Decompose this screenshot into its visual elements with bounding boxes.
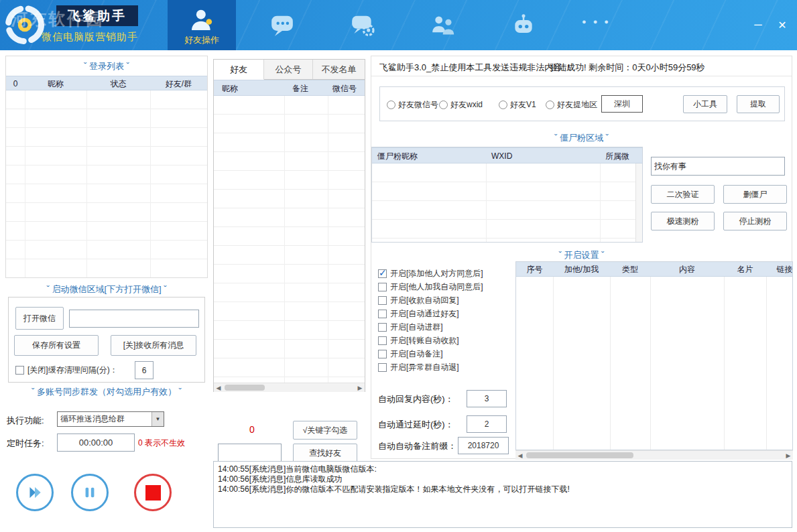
timer-task-input[interactable] xyxy=(57,434,135,452)
scrollbar-track[interactable] xyxy=(525,451,784,460)
radio-friend-region[interactable]: 好友提地区 xyxy=(546,99,597,111)
login-list-title: ˇ 登录列表 ˇ xyxy=(6,60,207,72)
save-all-settings-button[interactable]: 保存所有设置 xyxy=(14,335,99,356)
login-table-header: 0 昵称 状态 好友/群 xyxy=(6,76,207,90)
column-header-direction: 加他/加我 xyxy=(553,262,610,276)
checkbox-label: 开启[自动备注] xyxy=(390,348,443,360)
cache-interval-input[interactable] xyxy=(135,361,154,379)
region-input[interactable] xyxy=(601,95,643,113)
setting-row-auto-quit-group[interactable]: 开启[异常群自动退] xyxy=(378,362,459,373)
radio-icon xyxy=(499,101,507,109)
login-status: 登陆成功! 剩余时间：0天0小时59分59秒 xyxy=(549,62,705,74)
find-friend-button[interactable]: 查找好友 xyxy=(293,444,357,462)
nav-tab-wechat-icon[interactable] xyxy=(269,13,295,38)
scrollbar-thumb[interactable] xyxy=(225,385,265,391)
open-wechat-button[interactable]: 打开微信 xyxy=(15,307,64,330)
checkbox[interactable] xyxy=(378,283,387,291)
launch-section-title: ˇ 启动微信区域[下方打开微信] ˇ xyxy=(5,283,208,295)
scrollbar-thumb[interactable] xyxy=(526,452,633,458)
column-header-owner: 所属微 xyxy=(600,148,642,163)
setting-row-add-consent[interactable]: 开启[添加他人对方同意后] xyxy=(378,268,483,279)
column-header-wechat-id: 微信号 xyxy=(328,80,365,95)
radio-icon xyxy=(387,101,395,109)
radio-friend-wxid[interactable]: 好友wxid xyxy=(439,99,483,111)
friend-tabs: 好友 公众号 不发名单 xyxy=(214,60,365,80)
radio-icon xyxy=(439,101,448,109)
nav-tab-robot-icon[interactable] xyxy=(511,13,536,38)
zombie-message-input[interactable] xyxy=(651,157,785,176)
setting-row-auto-remark[interactable]: 开启[自动备注] xyxy=(378,348,443,359)
rules-table-body[interactable] xyxy=(516,277,792,450)
minimize-button[interactable]: ─ xyxy=(747,13,770,36)
zombie-table-body[interactable] xyxy=(372,163,635,242)
zombie-table-header: 僵尸粉昵称 WXID 所属微 xyxy=(372,147,642,163)
setting-row-auto-join-group[interactable]: 开启[自动进群] xyxy=(378,322,443,332)
system-log-panel[interactable]: 14:00:55[系统消息]当前微信电脑版微信版本: 14:00:56[系统消息… xyxy=(213,461,792,528)
cache-clean-checkbox[interactable] xyxy=(15,366,24,375)
setting-row-payment-reply[interactable]: 开启[收款自动回复] xyxy=(378,295,459,306)
column-header-zombie-nickname: 僵尸粉昵称 xyxy=(372,148,486,163)
close-button[interactable]: ✕ xyxy=(771,13,794,36)
nav-tab-wechat-settings-icon[interactable] xyxy=(350,13,375,38)
nav-tab-accounts-icon[interactable] xyxy=(430,13,456,38)
wechat-path-input[interactable] xyxy=(69,310,199,328)
friend-list-box: 好友 公众号 不发名单 昵称 备注 微信号 ◀ ▶ xyxy=(213,59,365,392)
exec-function-select[interactable]: 循环推送消息给群 ▼ xyxy=(57,411,164,427)
delete-zombie-button[interactable]: 删僵尸 xyxy=(723,185,787,204)
stop-button[interactable] xyxy=(134,474,172,511)
checkbox[interactable] xyxy=(378,310,387,318)
stop-test-button[interactable]: 停止测粉 xyxy=(723,212,787,230)
setting-row-auto-accept[interactable]: 开启[他人加我自动同意后] xyxy=(378,281,483,292)
rules-table-hscrollbar[interactable]: ◀ ▶ xyxy=(515,450,793,460)
friend-list-hscrollbar[interactable]: ◀ ▶ xyxy=(214,383,365,392)
login-table-body[interactable] xyxy=(6,90,207,277)
tab-no-send-list[interactable]: 不发名单 xyxy=(313,60,365,79)
receive-all-messages-button[interactable]: [关]接收所有消息 xyxy=(111,335,196,356)
checkbox[interactable] xyxy=(378,323,387,332)
column-header-nickname: 昵称 xyxy=(25,76,86,90)
fast-test-button[interactable]: 极速测粉 xyxy=(651,212,715,230)
scroll-right-arrow-icon[interactable]: ▶ xyxy=(355,385,365,391)
chevron-down-icon[interactable]: ▼ xyxy=(151,412,164,426)
zombie-table: 僵尸粉昵称 WXID 所属微 xyxy=(371,147,643,243)
checkbox[interactable] xyxy=(378,269,387,278)
app-window: 河东软件园 飞鲨助手 微信电脑版营销助手 好友操作 ●●● ─ ✕ xyxy=(0,0,797,532)
remark-prefix-input[interactable] xyxy=(458,437,509,454)
title-bar: 河东软件园 飞鲨助手 微信电脑版营销助手 好友操作 ●●● ─ ✕ xyxy=(0,0,797,50)
second-verify-button[interactable]: 二次验证 xyxy=(651,185,715,204)
checkbox[interactable] xyxy=(378,350,387,358)
small-tools-button[interactable]: 小工具 xyxy=(683,95,727,113)
pause-button[interactable] xyxy=(71,474,109,511)
auto-reply-label: 自动回复内容(秒)： xyxy=(378,393,454,405)
checkbox[interactable] xyxy=(378,363,387,372)
column-header-content: 内容 xyxy=(650,262,724,276)
tab-friends[interactable]: 好友 xyxy=(214,60,264,80)
setting-row-auto-pass[interactable]: 开启[自动通过好友] xyxy=(378,308,459,319)
extract-button[interactable]: 提取 xyxy=(737,95,780,113)
scroll-left-arrow-icon[interactable]: ◀ xyxy=(515,452,525,459)
find-friend-input[interactable] xyxy=(218,444,282,462)
start-button[interactable] xyxy=(16,474,54,511)
scroll-right-arrow-icon[interactable]: ▶ xyxy=(784,452,793,459)
tab-official-accounts[interactable]: 公众号 xyxy=(264,60,313,79)
scrollbar-track[interactable] xyxy=(223,383,355,392)
radio-friend-wechat-id[interactable]: 好友微信号 xyxy=(387,99,438,111)
checkbox[interactable] xyxy=(378,336,387,345)
auto-pass-delay-input[interactable] xyxy=(467,415,507,433)
timer-task-label: 定时任务: xyxy=(7,438,44,450)
launch-wechat-box: 打开微信 保存所有设置 [关]接收所有消息 [关闭]缓存清理间隔(分)： xyxy=(8,297,205,383)
nav-tab-friend-operations[interactable]: 好友操作 xyxy=(168,0,236,50)
radio-friend-v1[interactable]: 好友V1 xyxy=(499,99,536,111)
zombie-table-vscrollbar[interactable] xyxy=(635,163,642,242)
more-menu-icon[interactable]: ●●● xyxy=(582,17,642,25)
friend-table-body[interactable] xyxy=(214,96,365,383)
app-subtitle: 微信电脑版营销助手 xyxy=(42,31,138,44)
friend-table-header: 昵称 备注 微信号 xyxy=(214,80,365,96)
auto-reply-input[interactable] xyxy=(467,390,507,407)
keyword-select-button[interactable]: √关键字勾选 xyxy=(293,421,357,440)
checkbox[interactable] xyxy=(378,296,387,305)
setting-row-auto-collect[interactable]: 开启[转账自动收款] xyxy=(378,335,459,346)
timer-hint: 0 表示不生效 xyxy=(138,438,185,449)
scroll-left-arrow-icon[interactable]: ◀ xyxy=(214,385,223,391)
cache-clean-checkbox-row[interactable]: [关闭]缓存清理间隔(分)： xyxy=(15,364,118,375)
